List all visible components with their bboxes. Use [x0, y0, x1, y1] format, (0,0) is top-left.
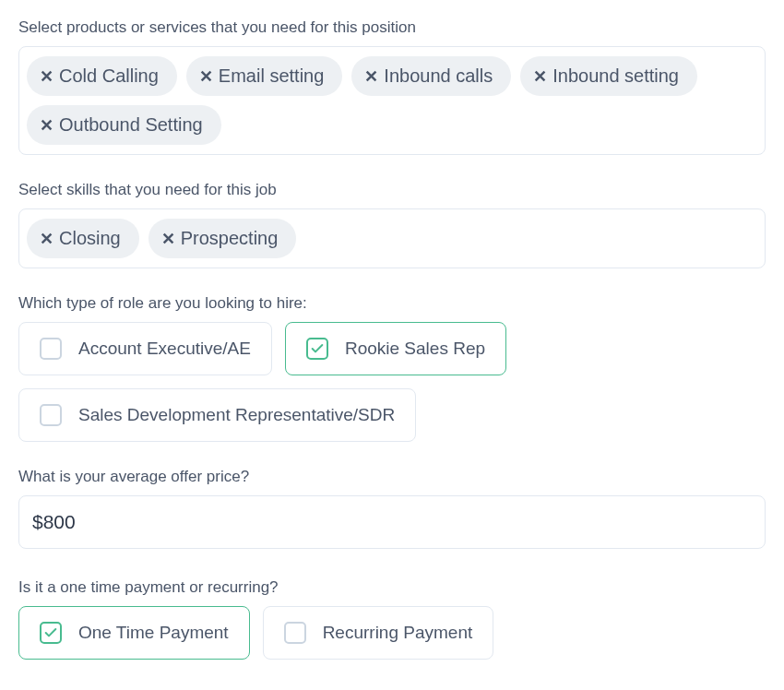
role-label: Which type of role are you looking to hi… [18, 294, 766, 313]
option-label: Rookie Sales Rep [345, 339, 485, 359]
skills-chip-container[interactable]: ✕ Closing ✕ Prospecting [18, 208, 766, 268]
option-label: Sales Development Representative/SDR [78, 405, 395, 425]
option-label: One Time Payment [78, 623, 229, 643]
payment-option-one-time[interactable]: One Time Payment [18, 606, 250, 660]
payment-section: Is it a one time payment or recurring? O… [18, 578, 766, 660]
offer-section: What is your average offer price? [18, 468, 766, 575]
products-chip-container[interactable]: ✕ Cold Calling ✕ Email setting ✕ Inbound… [18, 46, 766, 155]
skill-chip: ✕ Prospecting [148, 219, 297, 258]
products-section: Select products or services that you nee… [18, 18, 766, 155]
payment-options: One Time Payment Recurring Payment [18, 606, 766, 660]
remove-icon[interactable]: ✕ [161, 231, 175, 247]
chip-label: Inbound calls [384, 65, 493, 87]
product-chip: ✕ Cold Calling [27, 56, 177, 96]
offer-label: What is your average offer price? [18, 468, 766, 486]
option-label: Account Executive/AE [78, 339, 251, 359]
remove-icon[interactable]: ✕ [533, 68, 547, 85]
remove-icon[interactable]: ✕ [199, 68, 213, 85]
role-option-rookie-sales-rep[interactable]: Rookie Sales Rep [285, 322, 506, 375]
product-chip: ✕ Inbound calls [351, 56, 511, 96]
chip-label: Inbound setting [552, 65, 679, 87]
chip-label: Closing [59, 228, 121, 249]
checkbox-icon [40, 404, 62, 426]
offer-price-input[interactable] [18, 495, 766, 549]
remove-icon[interactable]: ✕ [40, 117, 53, 134]
remove-icon[interactable]: ✕ [40, 68, 53, 85]
product-chip: ✕ Inbound setting [520, 56, 697, 96]
checkbox-icon [284, 622, 306, 644]
option-label: Recurring Payment [323, 623, 473, 643]
role-option-sdr[interactable]: Sales Development Representative/SDR [18, 388, 416, 442]
chip-label: Prospecting [181, 228, 279, 249]
checkbox-icon [40, 622, 62, 644]
checkbox-icon [306, 338, 328, 360]
role-option-account-executive[interactable]: Account Executive/AE [18, 322, 272, 375]
payment-option-recurring[interactable]: Recurring Payment [263, 606, 494, 660]
skills-label: Select skills that you need for this job [18, 181, 766, 199]
role-section: Which type of role are you looking to hi… [18, 294, 766, 442]
chip-label: Outbound Setting [59, 114, 203, 136]
role-options: Account Executive/AE Rookie Sales Rep Sa… [18, 322, 766, 442]
remove-icon[interactable]: ✕ [364, 68, 378, 85]
chip-label: Email setting [219, 65, 325, 87]
chip-label: Cold Calling [59, 65, 159, 87]
payment-label: Is it a one time payment or recurring? [18, 578, 766, 597]
checkbox-icon [40, 338, 62, 360]
skill-chip: ✕ Closing [27, 219, 139, 258]
remove-icon[interactable]: ✕ [40, 231, 53, 247]
product-chip: ✕ Email setting [186, 56, 343, 96]
products-label: Select products or services that you nee… [18, 18, 766, 37]
skills-section: Select skills that you need for this job… [18, 181, 766, 268]
product-chip: ✕ Outbound Setting [27, 105, 221, 145]
